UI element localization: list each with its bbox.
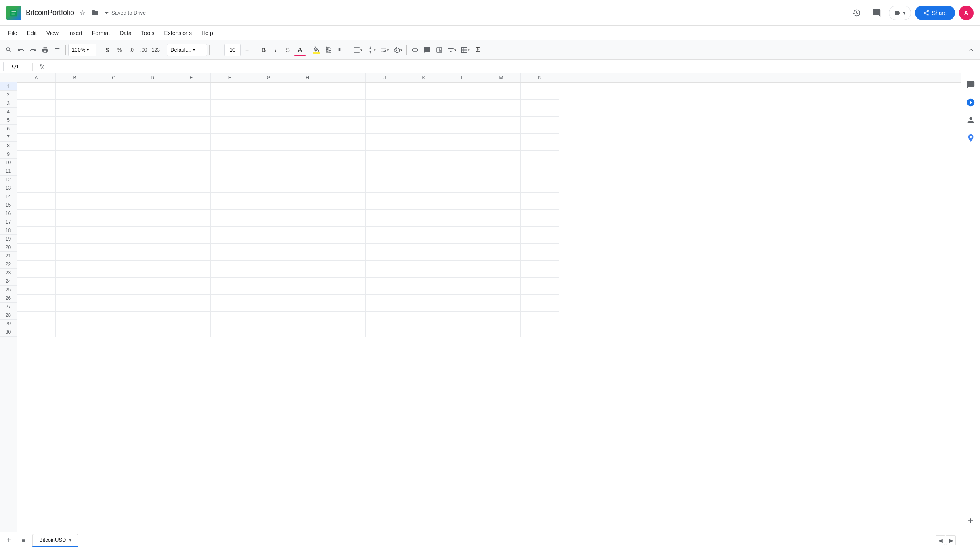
cell-N20[interactable] [521, 244, 559, 252]
cell-D27[interactable] [133, 303, 172, 312]
cell-I18[interactable] [327, 227, 366, 235]
cell-N23[interactable] [521, 269, 559, 278]
grid-scroll-area[interactable]: ABCDEFGHIJKLMN [17, 73, 961, 532]
cell-B1[interactable] [56, 83, 94, 91]
cell-I16[interactable] [327, 210, 366, 218]
cell-E21[interactable] [172, 252, 211, 261]
cell-J30[interactable] [366, 328, 404, 337]
cell-M2[interactable] [482, 91, 521, 100]
cell-H21[interactable] [288, 252, 327, 261]
cell-C8[interactable] [94, 142, 133, 151]
menu-insert[interactable]: Insert [63, 27, 87, 39]
cell-E29[interactable] [172, 320, 211, 328]
share-button[interactable]: Share [915, 6, 955, 20]
cell-E10[interactable] [172, 159, 211, 167]
cell-H1[interactable] [288, 83, 327, 91]
scroll-left-button[interactable]: ◀ [936, 535, 945, 545]
cell-H13[interactable] [288, 184, 327, 193]
cell-B4[interactable] [56, 108, 94, 117]
formula-input[interactable] [49, 63, 977, 69]
cell-D16[interactable] [133, 210, 172, 218]
cell-J5[interactable] [366, 117, 404, 125]
cell-L25[interactable] [443, 286, 482, 295]
cell-F6[interactable] [211, 125, 249, 134]
row-num-18[interactable]: 18 [0, 226, 17, 235]
cell-N25[interactable] [521, 286, 559, 295]
cell-H3[interactable] [288, 100, 327, 108]
cell-M16[interactable] [482, 210, 521, 218]
cell-B9[interactable] [56, 151, 94, 159]
row-num-30[interactable]: 30 [0, 328, 17, 337]
cell-M22[interactable] [482, 261, 521, 269]
cell-G13[interactable] [249, 184, 288, 193]
row-num-2[interactable]: 2 [0, 91, 17, 99]
cell-H30[interactable] [288, 328, 327, 337]
cell-J29[interactable] [366, 320, 404, 328]
cell-K25[interactable] [404, 286, 443, 295]
cell-G20[interactable] [249, 244, 288, 252]
cell-L8[interactable] [443, 142, 482, 151]
cell-B7[interactable] [56, 134, 94, 142]
col-header-G[interactable]: G [249, 73, 288, 82]
cell-A30[interactable] [17, 328, 56, 337]
cell-G24[interactable] [249, 278, 288, 286]
cell-A16[interactable] [17, 210, 56, 218]
cell-E25[interactable] [172, 286, 211, 295]
cell-M11[interactable] [482, 167, 521, 176]
cell-K27[interactable] [404, 303, 443, 312]
cell-D2[interactable] [133, 91, 172, 100]
cell-J2[interactable] [366, 91, 404, 100]
cell-A5[interactable] [17, 117, 56, 125]
cell-B24[interactable] [56, 278, 94, 286]
cell-M26[interactable] [482, 295, 521, 303]
cell-J9[interactable] [366, 151, 404, 159]
cell-E13[interactable] [172, 184, 211, 193]
cell-I24[interactable] [327, 278, 366, 286]
cell-M19[interactable] [482, 235, 521, 244]
cell-H9[interactable] [288, 151, 327, 159]
row-num-21[interactable]: 21 [0, 252, 17, 260]
cell-N12[interactable] [521, 176, 559, 184]
cell-E26[interactable] [172, 295, 211, 303]
cell-I10[interactable] [327, 159, 366, 167]
cell-J27[interactable] [366, 303, 404, 312]
cell-K11[interactable] [404, 167, 443, 176]
undo-button[interactable] [15, 44, 27, 56]
cell-G22[interactable] [249, 261, 288, 269]
cell-I3[interactable] [327, 100, 366, 108]
cell-A28[interactable] [17, 312, 56, 320]
cell-D10[interactable] [133, 159, 172, 167]
formula-sum-button[interactable]: Σ [472, 44, 484, 56]
cell-C3[interactable] [94, 100, 133, 108]
cell-B28[interactable] [56, 312, 94, 320]
cell-N6[interactable] [521, 125, 559, 134]
cell-reference-input[interactable] [3, 62, 27, 71]
cell-E30[interactable] [172, 328, 211, 337]
cell-K14[interactable] [404, 193, 443, 201]
cell-M13[interactable] [482, 184, 521, 193]
cell-I4[interactable] [327, 108, 366, 117]
cell-K2[interactable] [404, 91, 443, 100]
cell-M27[interactable] [482, 303, 521, 312]
col-header-B[interactable]: B [56, 73, 94, 82]
cell-K16[interactable] [404, 210, 443, 218]
cell-L27[interactable] [443, 303, 482, 312]
cell-D28[interactable] [133, 312, 172, 320]
cell-D1[interactable] [133, 83, 172, 91]
cell-E8[interactable] [172, 142, 211, 151]
cell-F8[interactable] [211, 142, 249, 151]
cell-E7[interactable] [172, 134, 211, 142]
cell-K18[interactable] [404, 227, 443, 235]
cell-A25[interactable] [17, 286, 56, 295]
cell-C7[interactable] [94, 134, 133, 142]
cell-E5[interactable] [172, 117, 211, 125]
cell-I17[interactable] [327, 218, 366, 227]
cell-F7[interactable] [211, 134, 249, 142]
add-sheet-button[interactable]: + [3, 535, 15, 546]
cell-A20[interactable] [17, 244, 56, 252]
cell-H14[interactable] [288, 193, 327, 201]
cell-L15[interactable] [443, 201, 482, 210]
cell-F15[interactable] [211, 201, 249, 210]
cell-L29[interactable] [443, 320, 482, 328]
row-num-12[interactable]: 12 [0, 176, 17, 184]
